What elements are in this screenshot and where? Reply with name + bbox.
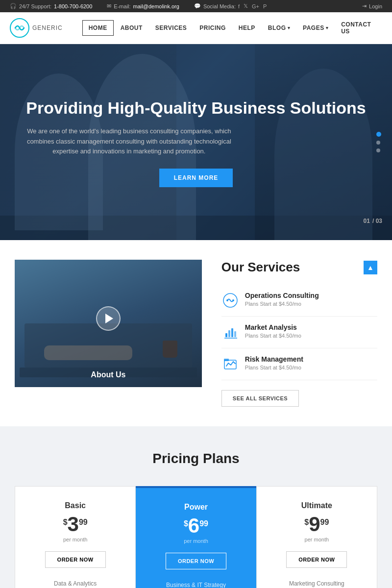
twitter-icon[interactable]: 𝕏 <box>244 3 248 9</box>
price-whole-basic: 3 <box>68 514 79 535</box>
service-info-3: Risk Management Plans Start at $4.50/mo <box>245 355 303 370</box>
hero-dot-3[interactable] <box>376 148 380 152</box>
period-basic: per month <box>25 537 125 542</box>
services-panel: Our Services ▲ Operations Consulting Pla… <box>221 260 377 407</box>
price-whole-ultimate: 9 <box>309 514 320 535</box>
chevron-down-icon-2: ▾ <box>326 25 329 30</box>
hero-dot-1[interactable] <box>376 132 381 137</box>
order-button-basic[interactable]: ORDER NOW <box>45 551 106 568</box>
chevron-down-icon: ▾ <box>288 25 291 30</box>
social-label: Social Media: <box>203 3 236 9</box>
headphone-icon: 🎧 <box>10 3 17 9</box>
email-info: ✉ E-mail: mail@demolink.org <box>107 3 179 9</box>
nav-pages[interactable]: PAGES ▾ <box>297 21 334 35</box>
slide-separator: / <box>372 218 376 224</box>
service-info-2: Market Analysis Plans Start at $4.50/mo <box>245 323 301 339</box>
main-nav: HOME ABOUT SERVICES PRICING HELP BLOG ▾ … <box>82 17 382 39</box>
period-ultimate: per month <box>267 537 367 542</box>
service-item-2: Market Analysis Plans Start at $4.50/mo <box>221 317 377 348</box>
plan-name-ultimate: Ultimate <box>267 501 367 510</box>
logo-icon <box>10 18 29 38</box>
pricing-card-basic: Basic $ 3 99 per month ORDER NOW Data & … <box>15 486 136 588</box>
service-price-3: Plans Start at $4.50/mo <box>245 365 303 370</box>
price-cents-basic: 99 <box>79 518 88 527</box>
plan-price-ultimate: $ 9 99 <box>267 514 367 535</box>
hero-section: Providing High-Quality Business Solution… <box>0 44 392 240</box>
service-name-1: Operations Consulting <box>245 292 319 299</box>
nav-pricing[interactable]: PRICING <box>194 21 232 35</box>
hero-counter: 01 / 03 <box>364 215 382 225</box>
feature-ultimate-1: Marketing Consulting <box>267 578 367 588</box>
svg-rect-9 <box>224 359 229 361</box>
feature-basic-1: Data & Analytics <box>25 578 125 588</box>
services-heading: Our Services ▲ <box>221 260 377 275</box>
nav-contact[interactable]: CONTACT US <box>335 17 382 39</box>
login-button[interactable]: ⇥ Login <box>362 3 382 9</box>
slide-total: 03 <box>376 218 382 224</box>
market-analysis-icon <box>221 323 239 341</box>
facebook-icon[interactable]: f <box>238 3 240 9</box>
pinterest-icon[interactable]: P <box>263 3 267 9</box>
price-cents-power: 99 <box>199 519 208 528</box>
pricing-card-power: Power $ 6 99 per month ORDER NOW Busines… <box>136 486 256 588</box>
price-dollar-ultimate: $ <box>304 518 309 527</box>
period-power: per month <box>146 538 246 544</box>
pricing-title: Pricing Plans <box>15 451 377 466</box>
order-button-power[interactable]: ORDER NOW <box>166 553 226 569</box>
support-label: 24/7 Support: <box>19 3 51 9</box>
play-button[interactable] <box>96 306 121 331</box>
operations-icon <box>221 292 239 309</box>
service-info-1: Operations Consulting Plans Start at $4.… <box>245 292 319 307</box>
price-cents-ultimate: 99 <box>320 518 329 527</box>
nav-help[interactable]: HELP <box>233 21 261 35</box>
nav-home[interactable]: HOME <box>82 20 114 36</box>
svg-point-1 <box>226 299 228 301</box>
svg-point-2 <box>232 299 234 301</box>
email-icon: ✉ <box>107 3 111 9</box>
features-power: Business & IT Strategy Financial Advisor… <box>146 579 246 588</box>
service-item-3: Risk Management Plans Start at $4.50/mo <box>221 348 377 380</box>
nav-blog[interactable]: BLOG ▾ <box>262 21 296 35</box>
pricing-card-ultimate: Ultimate $ 9 99 per month ORDER NOW Mark… <box>256 486 377 588</box>
hero-dot-2[interactable] <box>376 141 380 145</box>
features-ultimate: Marketing Consulting Mergers & Acquisiti… <box>267 578 367 588</box>
hero-cta-button[interactable]: LEARN MORE <box>159 169 233 187</box>
svg-rect-5 <box>231 328 233 337</box>
plan-name-power: Power <box>146 503 246 512</box>
about-services-section: About Us Our Services ▲ Operations Consu… <box>0 240 392 426</box>
nav-about[interactable]: ABOUT <box>115 21 148 35</box>
google-plus-icon[interactable]: G+ <box>252 3 259 9</box>
risk-management-icon <box>221 355 239 373</box>
svg-rect-6 <box>234 331 236 337</box>
about-video[interactable]: About Us <box>15 260 202 387</box>
plan-name-basic: Basic <box>25 501 125 510</box>
service-price-2: Plans Start at $4.50/mo <box>245 333 301 339</box>
social-icon: 💬 <box>194 3 201 9</box>
scroll-up-button[interactable]: ▲ <box>364 261 377 274</box>
pricing-cards-container: Basic $ 3 99 per month ORDER NOW Data & … <box>15 486 377 588</box>
price-whole-power: 6 <box>188 515 199 536</box>
support-info: 🎧 24/7 Support: 1-800-700-6200 <box>10 3 92 9</box>
price-dollar-basic: $ <box>63 518 68 527</box>
see-all-services-button[interactable]: SEE ALL SERVICES <box>221 390 299 407</box>
plan-price-power: $ 6 99 <box>146 515 246 536</box>
login-icon: ⇥ <box>362 3 367 9</box>
nav-services[interactable]: SERVICES <box>149 21 193 35</box>
email-value[interactable]: mail@demolink.org <box>133 3 179 9</box>
features-basic: Data & Analytics Direct Marketing Strate… <box>25 578 125 588</box>
top-bar: 🎧 24/7 Support: 1-800-700-6200 ✉ E-mail:… <box>0 0 392 12</box>
pricing-section: Pricing Plans Basic $ 3 99 per month ORD… <box>0 426 392 588</box>
service-name-2: Market Analysis <box>245 323 301 331</box>
login-label: Login <box>369 3 382 9</box>
support-phone[interactable]: 1-800-700-6200 <box>54 3 92 9</box>
social-info: 💬 Social Media: f 𝕏 G+ P <box>194 3 267 9</box>
hero-subtitle: We are one of the world's leading busine… <box>26 126 232 157</box>
about-label: About Us <box>91 370 125 379</box>
hero-dots[interactable] <box>376 132 381 152</box>
price-dollar-power: $ <box>184 519 188 528</box>
slide-current: 01 <box>364 218 370 224</box>
logo[interactable]: GENERIC <box>10 18 63 38</box>
service-item-1: Operations Consulting Plans Start at $4.… <box>221 285 377 317</box>
social-icons-group: f 𝕏 G+ P <box>238 3 267 9</box>
order-button-ultimate[interactable]: ORDER NOW <box>286 551 347 568</box>
